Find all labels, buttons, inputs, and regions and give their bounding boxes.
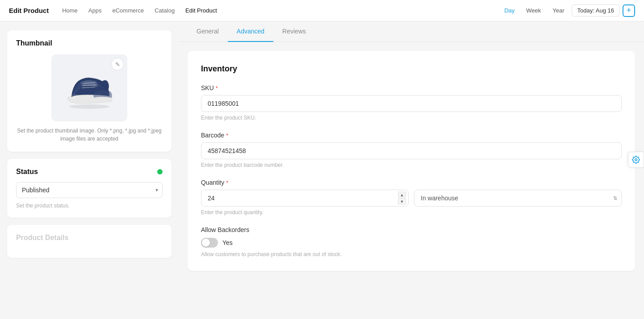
nav-ecommerce[interactable]: eCommerce bbox=[108, 4, 149, 17]
sku-field-group: SKU * Enter the product SKU. bbox=[201, 84, 622, 121]
status-title: Status bbox=[16, 168, 38, 176]
sku-input[interactable] bbox=[201, 95, 622, 112]
svg-point-0 bbox=[69, 104, 109, 109]
nav-home[interactable]: Home bbox=[58, 4, 82, 17]
backorders-toggle-row: Yes bbox=[201, 238, 622, 248]
thumbnail-card: Thumbnail ✎ bbox=[7, 30, 171, 152]
thumbnail-edit-button[interactable]: ✎ bbox=[111, 58, 124, 70]
barcode-hint: Enter the product barcode number. bbox=[201, 162, 622, 168]
quantity-label: Quantity * bbox=[201, 179, 622, 186]
tab-general[interactable]: General bbox=[188, 21, 228, 42]
svg-point-4 bbox=[635, 158, 637, 161]
status-select-wrapper: Published Draft Archived ▾ bbox=[16, 182, 163, 198]
status-dropdown[interactable]: Published Draft Archived bbox=[16, 182, 163, 198]
quantity-field-group: Quantity * ▲ ▼ In warehouse Out bbox=[201, 179, 622, 215]
tab-reviews[interactable]: Reviews bbox=[273, 21, 315, 42]
tab-advanced[interactable]: Advanced bbox=[228, 21, 273, 42]
nav-day-button[interactable]: Day bbox=[500, 5, 519, 16]
inventory-section-title: Inventory bbox=[201, 64, 622, 74]
nav-edit-product[interactable]: Edit Product bbox=[181, 4, 222, 17]
thumbnail-wrapper: ✎ bbox=[51, 54, 127, 121]
warehouse-select-wrapper: In warehouse Out of warehouse ⇅ bbox=[414, 190, 622, 207]
nav-year-button[interactable]: Year bbox=[548, 5, 569, 16]
sku-hint: Enter the product SKU. bbox=[201, 115, 622, 121]
help-settings-button[interactable] bbox=[628, 152, 644, 168]
quantity-spinners: ▲ ▼ bbox=[398, 192, 406, 205]
gear-icon bbox=[632, 156, 640, 164]
nav-add-button[interactable]: + bbox=[623, 4, 635, 17]
quantity-input-wrapper: ▲ ▼ bbox=[201, 190, 409, 207]
right-panel: General Advanced Reviews Inventory SKU *… bbox=[179, 21, 644, 319]
pencil-icon: ✎ bbox=[115, 61, 120, 68]
thumbnail-hint: Set the product thumbnail image. Only *.… bbox=[16, 127, 163, 143]
backorders-field-group: Allow Backorders Yes Allow customers to … bbox=[201, 226, 622, 257]
tabs-bar: General Advanced Reviews bbox=[179, 21, 644, 42]
quantity-required-star: * bbox=[226, 179, 228, 186]
barcode-label: Barcode * bbox=[201, 132, 622, 139]
nav-right: Day Week Year Today: Aug 16 + bbox=[500, 4, 635, 17]
barcode-field-group: Barcode * Enter the product barcode numb… bbox=[201, 132, 622, 168]
quantity-hint: Enter the product quantity. bbox=[201, 209, 622, 215]
quantity-increment-button[interactable]: ▲ bbox=[398, 192, 406, 198]
backorders-hint: Allow customers to purchase products tha… bbox=[201, 251, 622, 257]
toggle-knob bbox=[202, 239, 210, 247]
quantity-row: ▲ ▼ In warehouse Out of warehouse ⇅ bbox=[201, 190, 622, 207]
nav-catalog[interactable]: Catalog bbox=[150, 4, 179, 17]
product-thumbnail-image bbox=[60, 66, 118, 110]
quantity-decrement-button[interactable]: ▼ bbox=[398, 199, 406, 205]
status-indicator-dot bbox=[157, 169, 163, 174]
backorders-toggle-label: Yes bbox=[222, 239, 233, 246]
inventory-section: Inventory SKU * Enter the product SKU. B… bbox=[188, 51, 635, 271]
main-container: Thumbnail ✎ bbox=[0, 21, 644, 319]
barcode-required-star: * bbox=[226, 132, 228, 139]
backorders-label: Allow Backorders bbox=[201, 226, 622, 233]
app-brand: Edit Product bbox=[9, 7, 49, 14]
warehouse-dropdown[interactable]: In warehouse Out of warehouse bbox=[414, 190, 622, 207]
product-details-title: Product Details bbox=[16, 234, 163, 242]
nav-week-button[interactable]: Week bbox=[522, 5, 545, 16]
barcode-input[interactable] bbox=[201, 142, 622, 159]
sku-label: SKU * bbox=[201, 84, 622, 91]
backorders-toggle[interactable] bbox=[201, 238, 218, 248]
left-panel: Thumbnail ✎ bbox=[0, 21, 179, 319]
status-header: Status bbox=[16, 168, 163, 176]
status-card: Status Published Draft Archived ▾ Set th… bbox=[7, 159, 171, 218]
nav-links: Home Apps eCommerce Catalog Edit Product bbox=[58, 4, 500, 17]
nav-today-button[interactable]: Today: Aug 16 bbox=[572, 4, 620, 17]
nav-apps[interactable]: Apps bbox=[84, 4, 106, 17]
status-hint: Set the product status. bbox=[16, 203, 163, 209]
thumbnail-title: Thumbnail bbox=[16, 39, 163, 47]
top-navigation: Edit Product Home Apps eCommerce Catalog… bbox=[0, 0, 644, 21]
product-details-card-partial: Product Details bbox=[7, 225, 171, 258]
sku-required-star: * bbox=[216, 85, 218, 91]
quantity-input[interactable] bbox=[201, 190, 409, 207]
